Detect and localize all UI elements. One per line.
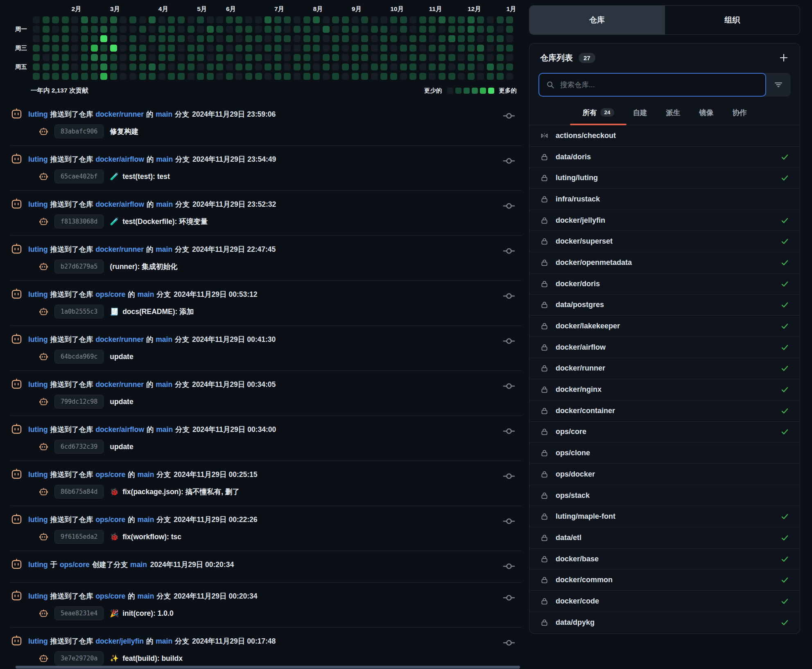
repo-list-item[interactable]: docker/lakekeeper [529, 316, 800, 337]
git-commit-icon[interactable] [503, 592, 515, 604]
repo-list-item[interactable]: docker/jellyfin [529, 210, 800, 231]
user-link[interactable]: luting [28, 245, 48, 253]
git-commit-icon[interactable] [503, 245, 515, 257]
robot-avatar-icon[interactable] [10, 333, 23, 346]
branch-link[interactable]: main [156, 380, 172, 389]
user-link[interactable]: luting [28, 425, 48, 434]
robot-avatar-icon[interactable] [10, 468, 23, 481]
commit-hash-badge[interactable]: 83abafc906 [54, 124, 104, 138]
user-link[interactable]: luting [28, 110, 48, 118]
repo-list-item[interactable]: docker/base [529, 549, 800, 570]
robot-avatar-icon[interactable] [10, 513, 23, 526]
repo-search-input[interactable] [560, 81, 759, 89]
repo-list-item[interactable]: ops/core [529, 422, 800, 443]
git-commit-icon[interactable] [503, 200, 515, 212]
robot-avatar-icon[interactable] [10, 423, 23, 436]
repo-link[interactable]: docker/runner [95, 380, 144, 389]
branch-link[interactable]: main [156, 637, 172, 645]
user-link[interactable]: luting [28, 335, 48, 344]
robot-avatar-icon[interactable] [10, 108, 23, 120]
git-commit-icon[interactable] [503, 110, 515, 122]
robot-avatar-icon[interactable] [10, 198, 23, 210]
repo-filter-tab[interactable]: 协作 [733, 100, 747, 125]
commit-hash-badge[interactable]: 5eae8231e4 [54, 606, 104, 620]
repo-link[interactable]: ops/core [95, 470, 125, 479]
branch-link[interactable]: main [138, 470, 154, 479]
repo-list-item[interactable]: data/doris [529, 147, 800, 168]
tab-organizations[interactable]: 组织 [665, 6, 800, 34]
repo-list-item[interactable]: docker/nginx [529, 379, 800, 400]
repo-list-item[interactable]: luting/maple-font [529, 506, 800, 527]
user-link[interactable]: luting [28, 592, 48, 600]
repo-list-item[interactable]: ops/clone [529, 443, 800, 464]
git-commit-icon[interactable] [503, 290, 515, 302]
repo-list-item[interactable]: infra/rustack [529, 189, 800, 210]
repo-filter-tab[interactable]: 派生 [666, 100, 681, 125]
user-link[interactable]: luting [28, 637, 48, 645]
commit-hash-badge[interactable]: 3e7e29720a [54, 651, 104, 665]
branch-link[interactable]: main [156, 110, 172, 118]
branch-link[interactable]: main [156, 425, 173, 434]
repo-link[interactable]: docker/airflow [95, 155, 144, 163]
horizontal-scrollbar-thumb[interactable] [16, 666, 520, 669]
repo-list-item[interactable]: actions/checkout [529, 125, 800, 147]
commit-hash-badge[interactable]: 6cd6732c39 [54, 440, 104, 454]
repo-list-item[interactable]: docker/airflow [529, 337, 800, 358]
user-link[interactable]: luting [28, 380, 48, 389]
git-commit-icon[interactable] [503, 560, 515, 572]
user-link[interactable]: luting [28, 290, 48, 298]
branch-link[interactable]: main [156, 155, 173, 163]
repo-link[interactable]: ops/core [60, 561, 90, 569]
branch-link[interactable]: main [156, 245, 172, 253]
repo-list-item[interactable]: ops/stack [529, 485, 800, 506]
repo-list-item[interactable]: luting/luting [529, 167, 800, 189]
branch-link[interactable]: main [138, 290, 154, 298]
commit-hash-badge[interactable]: 65cae402bf [54, 170, 104, 183]
robot-avatar-icon[interactable] [10, 558, 23, 571]
repo-link[interactable]: ops/core [95, 592, 125, 600]
user-link[interactable]: luting [28, 200, 48, 208]
user-link[interactable]: luting [28, 155, 48, 163]
repo-list-item[interactable]: docker/openmetadata [529, 252, 800, 273]
branch-link[interactable]: main [138, 515, 154, 524]
robot-avatar-icon[interactable] [10, 243, 23, 255]
commit-hash-badge[interactable]: b27d6279a5 [54, 260, 104, 273]
repo-list-item[interactable]: data/etl [529, 527, 800, 549]
commit-hash-badge[interactable]: 9f6165eda2 [54, 530, 104, 544]
branch-link[interactable]: main [138, 592, 154, 600]
repo-link[interactable]: docker/runner [95, 110, 144, 118]
repo-filter-tab[interactable]: 镜像 [699, 100, 714, 125]
git-commit-icon[interactable] [503, 637, 515, 649]
commit-hash-badge[interactable]: 1a0b2555c3 [54, 305, 104, 319]
branch-link[interactable]: main [156, 335, 172, 344]
robot-avatar-icon[interactable] [10, 288, 23, 301]
robot-avatar-icon[interactable] [10, 590, 23, 602]
commit-hash-badge[interactable]: 64bcda969c [54, 350, 104, 364]
branch-link[interactable]: main [130, 561, 147, 569]
git-commit-icon[interactable] [503, 335, 515, 347]
git-commit-icon[interactable] [503, 155, 515, 167]
add-repo-button[interactable] [778, 52, 789, 63]
robot-avatar-icon[interactable] [10, 153, 23, 165]
repo-link[interactable]: docker/jellyfin [95, 637, 144, 645]
repo-list-item[interactable]: docker/superset [529, 231, 800, 252]
repo-link[interactable]: ops/core [95, 515, 125, 524]
branch-link[interactable]: main [156, 200, 173, 208]
repo-list-item[interactable]: docker/runner [529, 358, 800, 380]
filter-button[interactable] [766, 73, 791, 97]
user-link[interactable]: luting [28, 470, 48, 479]
commit-hash-badge[interactable]: 86b675a84d [54, 485, 104, 499]
repo-list-item[interactable]: data/postgres [529, 295, 800, 316]
robot-avatar-icon[interactable] [10, 378, 23, 391]
git-commit-icon[interactable] [503, 515, 515, 527]
repo-list-item[interactable]: docker/doris [529, 273, 800, 295]
repo-link[interactable]: docker/airflow [95, 200, 144, 208]
commit-hash-badge[interactable]: 799dc12c98 [54, 395, 104, 409]
repo-list-item[interactable]: ops/docker [529, 464, 800, 485]
repo-list-item[interactable]: docker/code [529, 591, 800, 612]
repo-link[interactable]: docker/runner [95, 335, 144, 344]
user-link[interactable]: luting [28, 515, 48, 524]
repo-link[interactable]: docker/airflow [95, 425, 144, 434]
tab-repositories[interactable]: 仓库 [529, 6, 665, 34]
user-link[interactable]: luting [28, 561, 48, 569]
